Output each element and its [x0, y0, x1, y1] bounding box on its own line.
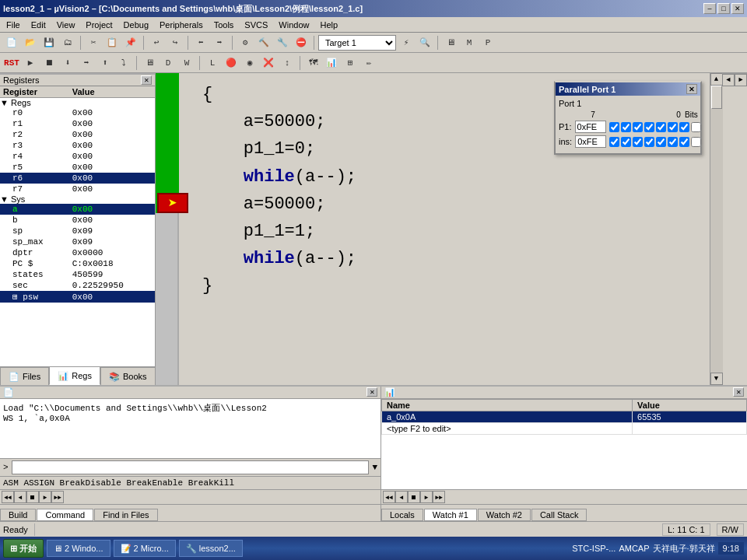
new-btn[interactable]: 📄 — [3, 34, 20, 51]
table-row[interactable]: a_0x0A 65535 — [382, 411, 747, 423]
menu-svcs[interactable]: SVCS — [240, 19, 272, 31]
watch-scroll-left[interactable]: ◄◄ — [383, 491, 395, 503]
p1-bit6[interactable] — [621, 122, 631, 132]
ins-bit1[interactable] — [679, 137, 689, 147]
trace-btn[interactable]: ✏ — [360, 54, 377, 72]
p1-input[interactable] — [575, 121, 606, 133]
stop-btn[interactable]: ⛔ — [293, 34, 310, 51]
step-mode-btn[interactable]: ↕ — [279, 54, 296, 72]
p1-bit0[interactable] — [691, 122, 701, 132]
p1-bit7[interactable] — [609, 122, 619, 132]
redo-btn[interactable]: ↪ — [167, 34, 184, 51]
disasm-btn[interactable]: D — [160, 54, 177, 72]
out-scroll-next[interactable]: ► — [39, 491, 51, 503]
run-to-btn[interactable]: ⤵ — [115, 54, 132, 72]
compile-btn[interactable]: ⚙ — [237, 34, 254, 51]
tab-call-stack[interactable]: Call Stack — [531, 509, 587, 521]
toggle-bp-btn[interactable]: ◉ — [241, 54, 258, 72]
out-scroll-prev[interactable]: ◄ — [14, 491, 26, 503]
out-scroll-left[interactable]: ◄◄ — [2, 491, 14, 503]
run-btn[interactable]: ▶ — [22, 54, 39, 72]
vscroll-up[interactable]: ▲ — [710, 73, 723, 86]
ins-bit3[interactable] — [656, 137, 666, 147]
parallel-port-close[interactable]: ✕ — [686, 84, 697, 94]
register-panel-close[interactable]: ✕ — [141, 75, 152, 85]
hscroll-right[interactable]: ► — [735, 74, 747, 86]
p1-bit1[interactable] — [679, 122, 689, 132]
save-btn[interactable]: 💾 — [40, 34, 58, 51]
reset-btn[interactable]: RST — [3, 54, 20, 72]
menu-window[interactable]: Window — [274, 19, 314, 31]
table-row[interactable]: <type F2 to edit> — [382, 423, 747, 435]
paste-btn[interactable]: 📌 — [122, 34, 139, 51]
tab-watch1[interactable]: Watch #1 — [424, 509, 477, 521]
ins-bit0[interactable] — [691, 137, 701, 147]
ins-bit6[interactable] — [621, 137, 631, 147]
locals-btn[interactable]: L — [204, 54, 221, 72]
out-scroll-right[interactable]: ►► — [51, 491, 64, 503]
menu-file[interactable]: File — [2, 19, 25, 31]
hscroll-left[interactable]: ◄ — [722, 74, 735, 86]
menu-debug[interactable]: Debug — [119, 19, 153, 31]
step-out-btn[interactable]: ⬆ — [96, 54, 114, 72]
mem-map-btn[interactable]: 🗺 — [304, 54, 321, 72]
mem-btn[interactable]: M — [461, 34, 478, 51]
code-editor[interactable]: { a=50000; p1_1=0; while(a--); a=50000; … — [179, 73, 710, 385]
step-over-btn[interactable]: ➡ — [78, 54, 95, 72]
ins-bit5[interactable] — [633, 137, 643, 147]
save-all-btn[interactable]: 🗂 — [59, 34, 76, 51]
menu-tools[interactable]: Tools — [209, 19, 239, 31]
p1-bit2[interactable] — [668, 122, 678, 132]
p1-bit4[interactable] — [644, 122, 654, 132]
search-btn[interactable]: 🔍 — [416, 34, 433, 51]
stop-run-btn[interactable]: ⏹ — [40, 54, 58, 72]
maximize-button[interactable]: □ — [717, 3, 730, 14]
indent-btn[interactable]: ⬅ — [192, 34, 209, 51]
command-input[interactable] — [12, 460, 370, 474]
close-button[interactable]: ✕ — [731, 3, 744, 14]
ins-bit2[interactable] — [668, 137, 678, 147]
vscroll-track[interactable] — [710, 86, 723, 373]
watch-btn[interactable]: W — [178, 54, 195, 72]
watch-panel-close[interactable]: ✕ — [733, 387, 744, 397]
vscroll-thumb[interactable] — [711, 86, 722, 109]
watch-scroll-stop[interactable]: ⏹ — [408, 491, 420, 503]
clear-bp-btn[interactable]: ❌ — [260, 54, 277, 72]
minimize-button[interactable]: – — [703, 3, 716, 14]
menu-help[interactable]: Help — [315, 19, 342, 31]
target-dropdown[interactable]: Target 1 — [318, 35, 396, 51]
debug-win-btn[interactable]: 🖥 — [141, 54, 158, 72]
tab-watch2[interactable]: Watch #2 — [478, 509, 531, 521]
copy-btn[interactable]: 📋 — [103, 34, 121, 51]
watch-scroll-right[interactable]: ►► — [433, 491, 445, 503]
tab-locals[interactable]: Locals — [381, 509, 423, 521]
tab-regs[interactable]: 📊 Regs — [49, 366, 100, 385]
open-btn[interactable]: 📂 — [22, 34, 39, 51]
menu-view[interactable]: View — [52, 19, 80, 31]
tab-find-in-files[interactable]: Find in Files — [94, 509, 157, 521]
out-scroll-stop[interactable]: ⏹ — [26, 491, 39, 503]
flash-btn[interactable]: ⚡ — [398, 34, 415, 51]
breakpoint-btn[interactable]: 🔴 — [223, 54, 240, 72]
tab-books[interactable]: 📚 Books — [100, 367, 156, 385]
menu-peripherals[interactable]: Peripherals — [155, 19, 208, 31]
sys-group-row[interactable]: ▼ Sys — [0, 194, 155, 204]
tab-build[interactable]: Build — [0, 509, 36, 521]
ins-input[interactable] — [575, 135, 606, 148]
undo-btn[interactable]: ↩ — [148, 34, 165, 51]
perf-btn[interactable]: P — [479, 34, 496, 51]
cut-btn[interactable]: ✂ — [85, 34, 102, 51]
rebuild-btn[interactable]: 🔧 — [274, 34, 291, 51]
p1-bit3[interactable] — [656, 122, 666, 132]
ins-bit7[interactable] — [609, 137, 619, 147]
start-button[interactable]: ⊞ 开始 — [3, 539, 44, 558]
output-panel-close[interactable]: ✕ — [366, 387, 377, 397]
tab-command[interactable]: Command — [37, 509, 93, 521]
taskbar-item-windo[interactable]: 🖥 2 Windo... — [47, 540, 110, 557]
menu-project[interactable]: Project — [81, 19, 117, 31]
vscroll-down[interactable]: ▼ — [710, 373, 723, 385]
regs-group-row[interactable]: ▼ Regs — [0, 98, 155, 108]
logic-btn[interactable]: ⊞ — [342, 54, 359, 72]
perf-anal-btn[interactable]: 📊 — [323, 54, 340, 72]
taskbar-item-micro[interactable]: 📝 2 Micro... — [114, 540, 176, 557]
